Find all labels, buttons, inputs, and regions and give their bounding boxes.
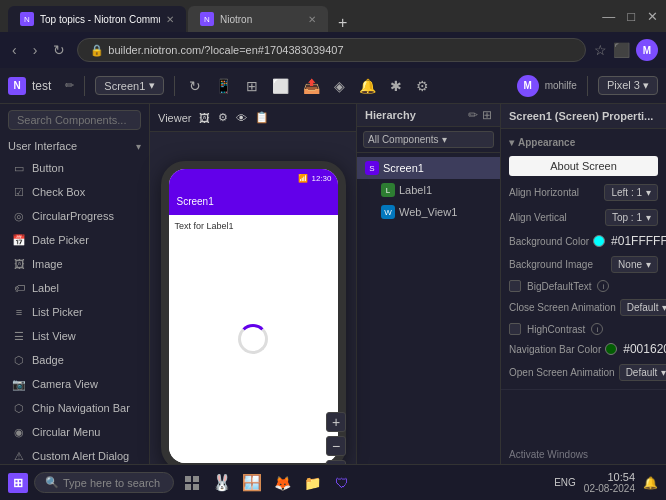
address-bar[interactable]: 🔒 builder.niotron.com/?locale=en#1704383…	[77, 38, 586, 62]
sidebar-item-badge-label: Badge	[32, 354, 64, 366]
background-image-dropdown[interactable]: None ▾	[611, 256, 658, 273]
toolbar-grid-icon[interactable]: ⊞	[242, 76, 262, 96]
phone-progress-indicator	[238, 324, 268, 354]
phone-frame: 📶 12:30 Screen1 Text for Label1	[161, 161, 346, 471]
toolbar-layout-icon[interactable]: ⬜	[268, 76, 293, 96]
hierarchy-add-icon[interactable]: ⊞	[482, 108, 492, 122]
viewer-eye-icon[interactable]: 👁	[236, 112, 247, 124]
tab-2-close[interactable]: ✕	[308, 14, 316, 25]
big-default-text-info-icon[interactable]: i	[597, 280, 609, 292]
sidebar-item-image[interactable]: 🖼 Image	[0, 252, 149, 276]
viewer-copy-icon[interactable]: 📋	[255, 111, 269, 124]
toolbar-notification-icon[interactable]: 🔔	[355, 76, 380, 96]
minimize-button[interactable]: —	[602, 9, 615, 24]
taskbar-search[interactable]: 🔍 Type here to search	[34, 472, 174, 493]
phone-appbar: Screen1	[169, 187, 338, 215]
separator-2	[174, 76, 175, 96]
open-screen-animation-dropdown[interactable]: Default ▾	[619, 364, 666, 381]
pixel-dropdown[interactable]: Pixel 3 ▾	[598, 76, 658, 95]
user-avatar[interactable]: M	[517, 75, 539, 97]
hierarchy-item-webview1[interactable]: W Web_View1	[357, 201, 500, 223]
forward-button[interactable]: ›	[29, 40, 42, 60]
username: mohilfe	[545, 80, 577, 91]
close-screen-animation-dropdown[interactable]: Default ▾	[620, 299, 666, 316]
profile-avatar[interactable]: M	[636, 39, 658, 61]
hierarchy-filter-dropdown[interactable]: All Components ▾	[363, 131, 494, 148]
star-icon[interactable]: ☆	[594, 42, 607, 58]
taskbar-icon-5[interactable]: 🛡	[330, 471, 354, 495]
taskbar-icon-1[interactable]: 🐰	[210, 471, 234, 495]
sidebar-section-ui[interactable]: User Interface ▾	[0, 136, 149, 156]
appearance-label: Appearance	[518, 137, 575, 148]
sidebar-item-circularmenu[interactable]: ◉ Circular Menu	[0, 420, 149, 444]
viewer-container: 📶 12:30 Screen1 Text for Label1 + − 👁	[150, 132, 356, 500]
reload-button[interactable]: ↻	[49, 40, 69, 60]
high-contrast-checkbox[interactable]	[509, 323, 521, 335]
hierarchy-item-screen1[interactable]: S Screen1	[357, 157, 500, 179]
close-button[interactable]: ✕	[647, 9, 658, 24]
sidebar-item-chipnavbar[interactable]: ⬡ Chip Navigation Bar	[0, 396, 149, 420]
screen-dropdown[interactable]: Screen1 ▾	[95, 76, 164, 95]
viewer-image-icon[interactable]: 🖼	[199, 112, 210, 124]
toolbar-component-icon[interactable]: ◈	[330, 76, 349, 96]
high-contrast-info-icon[interactable]: i	[591, 323, 603, 335]
zoom-out-button[interactable]: −	[326, 436, 346, 456]
background-color-value[interactable]: #01FFFFFF	[593, 234, 666, 248]
align-horizontal-dropdown[interactable]: Left : 1 ▾	[604, 184, 658, 201]
background-color-text: #01FFFFFF	[611, 234, 666, 248]
hierarchy-item-label1[interactable]: L Label1	[357, 179, 500, 201]
sidebar-item-cameraview[interactable]: 📷 Camera View	[0, 372, 149, 396]
sidebar-items: ▭ Button ☑ Check Box ◎ CircularProgress …	[0, 156, 149, 500]
sidebar-item-circularprogress[interactable]: ◎ CircularProgress	[0, 204, 149, 228]
edit-project-icon[interactable]: ✏	[65, 79, 74, 92]
taskbar-view-button[interactable]	[180, 471, 204, 495]
tab-1[interactable]: N Top topics - Niotron Communi... ✕	[8, 6, 186, 32]
close-screen-animation-row: Close Screen Animation Default ▾	[501, 295, 666, 320]
align-vertical-dropdown[interactable]: Top : 1 ▾	[605, 209, 658, 226]
phone-statusbar: 📶 12:30	[169, 169, 338, 187]
sidebar-item-datepicker[interactable]: 📅 Date Picker	[0, 228, 149, 252]
taskbar-icon-4[interactable]: 📁	[300, 471, 324, 495]
open-screen-animation-value: Default	[626, 367, 658, 378]
hierarchy-item-label1-label: Label1	[399, 184, 432, 196]
tab-2[interactable]: N Niotron ✕	[188, 6, 328, 32]
sidebar-item-label[interactable]: 🏷 Label	[0, 276, 149, 300]
sidebar-item-listview[interactable]: ☰ List View	[0, 324, 149, 348]
zoom-in-button[interactable]: +	[326, 412, 346, 432]
sidebar-item-button[interactable]: ▭ Button	[0, 156, 149, 180]
toolbar-extension-icon[interactable]: ✱	[386, 76, 406, 96]
new-tab-button[interactable]: +	[330, 14, 355, 32]
hierarchy-edit-icon[interactable]: ✏	[468, 108, 478, 122]
phone-appbar-title: Screen1	[177, 196, 214, 207]
sidebar-item-listpicker[interactable]: ≡ List Picker	[0, 300, 149, 324]
toolbar-settings-icon[interactable]: ⚙	[412, 76, 433, 96]
align-vertical-value: Top : 1	[612, 212, 642, 223]
taskbar-icon-2[interactable]: 🪟	[240, 471, 264, 495]
maximize-button[interactable]: □	[627, 9, 635, 24]
extension-icon[interactable]: ⬛	[613, 42, 630, 58]
navigation-bar-color-value[interactable]: #0016200EE	[605, 342, 666, 356]
open-screen-animation-label: Open Screen Animation	[509, 367, 615, 378]
sidebar-item-badge[interactable]: ⬡ Badge	[0, 348, 149, 372]
label-icon: 🏷	[12, 281, 26, 295]
big-default-text-checkbox[interactable]	[509, 280, 521, 292]
appearance-section-header[interactable]: ▾ Appearance	[501, 133, 666, 152]
back-button[interactable]: ‹	[8, 40, 21, 60]
svg-rect-1	[193, 476, 199, 482]
align-horizontal-value: Left : 1	[611, 187, 642, 198]
notification-icon[interactable]: 🔔	[643, 476, 658, 490]
windows-logo[interactable]: ⊞	[8, 473, 28, 493]
toolbar-refresh-icon[interactable]: ↻	[185, 76, 205, 96]
toolbar-export-icon[interactable]: 📤	[299, 76, 324, 96]
search-input[interactable]	[8, 110, 141, 130]
tab-1-close[interactable]: ✕	[166, 14, 174, 25]
background-color-label: Background Color	[509, 236, 589, 247]
hierarchy-item-webview1-label: Web_View1	[399, 206, 457, 218]
about-screen-value[interactable]: About Screen	[509, 156, 658, 176]
app-logo: N	[8, 77, 26, 95]
section-chevron-icon: ▾	[136, 141, 141, 152]
viewer-settings-icon[interactable]: ⚙	[218, 111, 228, 124]
taskbar-icon-3[interactable]: 🦊	[270, 471, 294, 495]
sidebar-item-checkbox[interactable]: ☑ Check Box	[0, 180, 149, 204]
toolbar-phone-icon[interactable]: 📱	[211, 76, 236, 96]
